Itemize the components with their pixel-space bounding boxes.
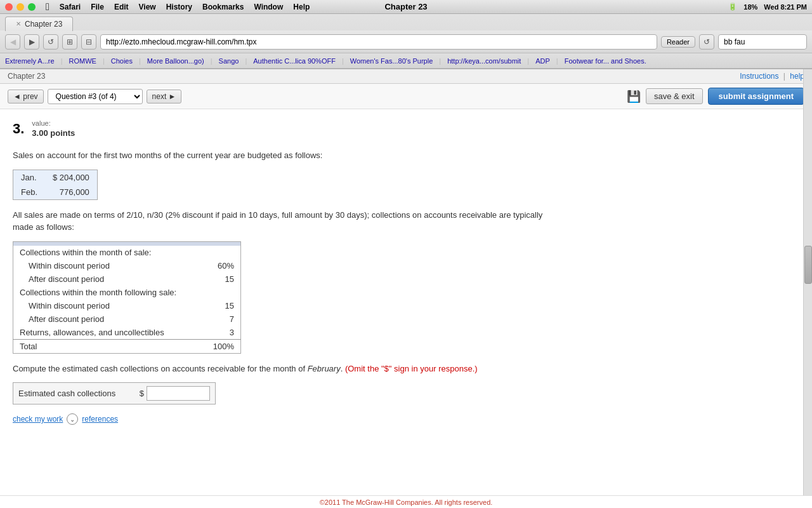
question-header-row: 3. value: 3.00 points: [13, 119, 558, 144]
header-links: Instructions | help: [740, 72, 804, 81]
question-points: 3.00 points: [32, 128, 75, 138]
active-tab[interactable]: ✕ Chapter 23: [5, 17, 73, 31]
coll-val-3: [202, 286, 240, 299]
tab-close[interactable]: ✕: [16, 20, 21, 27]
table-row: After discount period 7: [13, 312, 241, 326]
bookmark-9[interactable]: Footwear for... and Shoes.: [565, 57, 646, 65]
table-row: After discount period 15: [13, 272, 241, 286]
question-meta: value:: [32, 119, 75, 127]
browser-toolbar: ◀ ▶ ↺ ⊞ ⊟ Reader ↺: [0, 30, 812, 53]
prev-button[interactable]: ◄ prev: [8, 90, 44, 104]
table-row: Feb. 776,000: [13, 185, 98, 200]
menu-history[interactable]: History: [166, 3, 192, 11]
reload-button[interactable]: ↺: [699, 34, 714, 50]
bookmark-1[interactable]: ROMWE: [69, 57, 96, 65]
bookmark-6[interactable]: Women's Fas...80's Purple: [350, 57, 433, 65]
menu-help[interactable]: Help: [293, 3, 310, 11]
tab-title: Chapter 23: [25, 20, 62, 29]
question-area: 3. value: 3.00 points Sales on account f…: [0, 109, 812, 435]
refresh-button[interactable]: ↺: [43, 34, 58, 50]
instructions-link[interactable]: Instructions: [740, 72, 778, 81]
nav-right: 💾 save & exit submit assignment: [627, 88, 804, 105]
search-bar[interactable]: [718, 34, 807, 50]
bookmark-8[interactable]: ADP: [535, 57, 550, 65]
table-row: Jan. $ 204,000: [13, 170, 98, 185]
references-expand-icon[interactable]: ⌄: [67, 413, 78, 425]
question-nav: ◄ prev Question #3 (of 4) next ► 💾 save …: [0, 84, 812, 109]
page-wrapper: Chapter 23 Instructions | help ◄ prev Qu…: [0, 69, 812, 508]
table-row: Collections within the month of sale:: [13, 246, 241, 259]
reader-button[interactable]: Reader: [661, 36, 695, 48]
amount-feb: 776,000: [45, 185, 97, 200]
coll-label-4: Within discount period: [13, 299, 203, 312]
bookmark-2[interactable]: Choies: [111, 57, 133, 65]
instruction-italic: February: [308, 364, 341, 373]
coll-val-0: [202, 246, 240, 259]
page-content: Chapter 23 Instructions | help ◄ prev Qu…: [0, 69, 812, 508]
terms-text: All sales are made on terms of 2/10, n/3…: [13, 209, 558, 234]
month-jan: Jan.: [13, 170, 46, 185]
question-select[interactable]: Question #3 (of 4): [48, 89, 143, 104]
mac-toolbar:  Safari File Edit View History Bookmark…: [0, 0, 812, 14]
clock: Wed 8:21 PM: [764, 3, 807, 11]
table-row: Within discount period 60%: [13, 259, 241, 272]
show-all-tabs-button[interactable]: ⊟: [81, 34, 96, 50]
bookmark-4[interactable]: Sango: [219, 57, 239, 65]
save-icon[interactable]: 💾: [627, 90, 641, 104]
coll-label-0: Collections within the month of sale:: [13, 246, 203, 259]
bookmarks-bar: Extremely A...re | ROMWE | Choies | More…: [0, 53, 812, 69]
menu-window[interactable]: Window: [254, 3, 283, 11]
coll-val-5: 7: [202, 312, 240, 326]
instruction-text: Compute the estimated cash collections o…: [13, 363, 558, 375]
question-body: 3. value: 3.00 points Sales on account f…: [0, 109, 571, 435]
table-row: Collections within the month following s…: [13, 286, 241, 299]
back-button[interactable]: ◀: [5, 34, 20, 50]
page-header: Chapter 23 Instructions | help: [0, 69, 812, 84]
submit-button[interactable]: submit assignment: [708, 88, 804, 105]
next-button[interactable]: next ►: [147, 90, 182, 104]
home-button[interactable]: ⊞: [62, 34, 77, 50]
coll-val-7: 100%: [202, 339, 240, 353]
scrollbar-thumb[interactable]: [804, 246, 812, 284]
coll-val-2: 15: [202, 272, 240, 286]
coll-label-2: After discount period: [13, 272, 203, 286]
forward-button[interactable]: ▶: [24, 34, 39, 50]
save-exit-button[interactable]: save & exit: [646, 88, 703, 104]
mac-bar-left:  Safari File Edit View History Bookmark…: [5, 1, 310, 13]
url-bar[interactable]: [100, 34, 657, 50]
menu-edit[interactable]: Edit: [114, 3, 129, 11]
bookmark-5[interactable]: Authentic C...lica 90%OFF: [253, 57, 336, 65]
menu-file[interactable]: File: [91, 3, 104, 11]
references-link[interactable]: references: [82, 415, 118, 424]
menu-view[interactable]: View: [139, 3, 156, 11]
bookmark-3[interactable]: More Balloon...go): [147, 57, 204, 65]
window-title: Chapter 23: [384, 2, 427, 11]
coll-label-3: Collections within the month following s…: [13, 286, 203, 299]
answer-label: Estimated cash collections: [18, 389, 137, 398]
mac-bar-right: 🔋 18% Wed 8:21 PM: [728, 3, 807, 11]
question-meta-block: value: 3.00 points: [32, 119, 75, 144]
coll-val-1: 60%: [202, 259, 240, 272]
sales-table: Jan. $ 204,000 Feb. 776,000: [13, 170, 98, 200]
question-number: 3.: [13, 121, 24, 137]
tab-bar: ✕ Chapter 23: [0, 14, 812, 30]
answer-input[interactable]: [147, 386, 210, 401]
help-link[interactable]: help: [790, 72, 804, 81]
collections-table: Collections within the month of sale: Wi…: [13, 241, 241, 354]
window-min-btn[interactable]: [16, 3, 24, 11]
window-close-btn[interactable]: [5, 3, 13, 11]
battery-icon: 🔋: [728, 3, 737, 11]
menu-bookmarks[interactable]: Bookmarks: [202, 3, 244, 11]
check-my-work-link[interactable]: check my work: [13, 415, 63, 424]
amount-jan: $ 204,000: [45, 170, 97, 185]
question-intro: Sales on account for the first two month…: [13, 149, 558, 162]
bottom-links: check my work ⌄ references: [13, 413, 558, 425]
menu-safari[interactable]: Safari: [60, 3, 81, 11]
bookmark-0[interactable]: Extremely A...re: [5, 57, 55, 65]
scrollbar-track[interactable]: [803, 69, 812, 508]
bookmark-7[interactable]: http://keya...com/submit: [447, 57, 521, 65]
table-row: Returns, allowances, and uncollectibles …: [13, 326, 241, 340]
chapter-label: Chapter 23: [8, 72, 45, 81]
browser-chrome: ✕ Chapter 23 ◀ ▶ ↺ ⊞ ⊟ Reader ↺ Extremel…: [0, 14, 812, 69]
window-max-btn[interactable]: [28, 3, 36, 11]
